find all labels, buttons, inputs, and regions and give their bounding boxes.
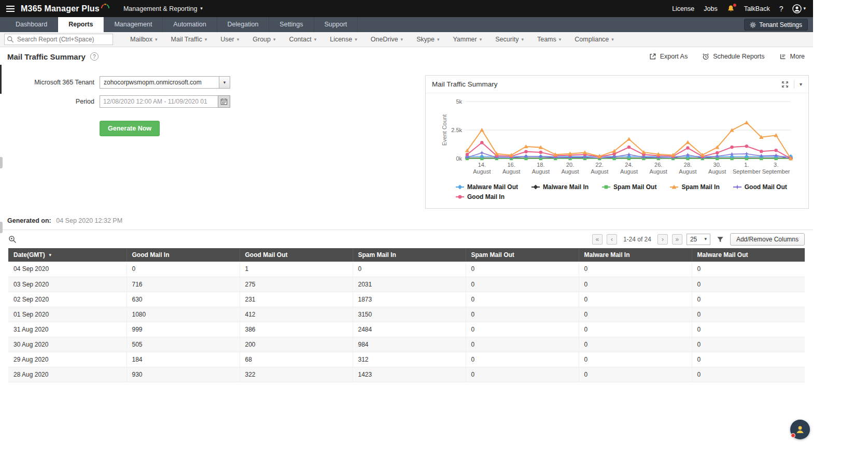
calendar-picker-button[interactable] <box>218 95 230 108</box>
legend-item-malware-mail-in[interactable]: Malware Mail In <box>531 183 589 191</box>
legend-item-good-mail-in[interactable]: Good Mail In <box>456 193 505 200</box>
schedule-reports-label: Schedule Reports <box>713 53 764 60</box>
legend-marker-icon <box>456 194 464 200</box>
pagination-next-button[interactable]: › <box>657 234 668 245</box>
chart-legend: Malware Mail OutMalware Mail InSpam Mail… <box>426 183 808 200</box>
legend-item-good-mail-out[interactable]: Good Mail Out <box>733 183 787 191</box>
svg-text:0k: 0k <box>456 155 462 162</box>
schedule-reports-button[interactable]: Schedule Reports <box>702 53 764 60</box>
column-header-spam-mail-in[interactable]: Spam Mail In <box>353 248 466 262</box>
chart-panel: Mail Traffic Summary ▾ 0k2.5k5kEvent Cou… <box>425 75 809 209</box>
page-size-select[interactable]: 25 ▾ <box>687 234 710 245</box>
left-panel-handle[interactable] <box>0 157 3 168</box>
table-toolbar: « ‹ 1-24 of 24 › » 25 ▾ Add/Remove Colum… <box>0 230 813 248</box>
report-menu-teams[interactable]: Teams▾ <box>530 32 568 47</box>
report-menu-compliance[interactable]: Compliance▾ <box>568 32 621 47</box>
pagination-last-button[interactable]: » <box>672 234 682 245</box>
chat-person-icon <box>795 424 805 435</box>
report-menu-yammer[interactable]: Yammer▾ <box>446 32 488 47</box>
expand-chart-icon[interactable] <box>781 81 789 88</box>
svg-text:22.August: 22.August <box>591 162 608 175</box>
export-icon <box>649 53 656 60</box>
table-row[interactable]: 03 Sep 20207162752031000 <box>8 277 805 292</box>
report-menu-security[interactable]: Security▾ <box>488 32 530 47</box>
search-report-input[interactable] <box>4 34 113 45</box>
legend-marker-icon <box>733 184 741 190</box>
column-header-good-mail-in[interactable]: Good Mail In <box>127 248 240 262</box>
license-link[interactable]: License <box>672 5 694 12</box>
nav-tab-reports[interactable]: Reports <box>58 17 104 32</box>
page-title: Mail Traffic Summary <box>7 52 86 61</box>
jobs-link[interactable]: Jobs <box>704 5 717 12</box>
svg-text:30.August: 30.August <box>708 162 726 175</box>
column-header-good-mail-out[interactable]: Good Mail Out <box>240 248 353 262</box>
report-menu-contact[interactable]: Contact▾ <box>283 32 324 47</box>
user-avatar[interactable]: ▾ <box>792 4 806 13</box>
legend-item-spam-mail-in[interactable]: Spam Mail In <box>670 183 719 191</box>
generated-on-label: Generated on: <box>7 217 51 224</box>
report-menu-skype[interactable]: Skype▾ <box>410 32 446 47</box>
context-switcher[interactable]: Management & Reporting ▾ <box>123 5 203 12</box>
report-menus: Mailbox▾Mail Traffic▾User▾Group▾Contact▾… <box>123 32 621 47</box>
table-search-icon[interactable] <box>8 235 17 243</box>
more-button[interactable]: More <box>779 53 805 60</box>
table-row[interactable]: 30 Aug 2020505200984000 <box>8 337 805 352</box>
filter-icon[interactable] <box>717 236 724 243</box>
tenant-select-value: zohocorpwsmopm.onmicrosoft.com <box>100 79 219 86</box>
main-nav: DashboardReportsManagementAutomationDele… <box>0 17 813 32</box>
add-remove-columns-button[interactable]: Add/Remove Columns <box>730 233 805 246</box>
main-nav-tabs: DashboardReportsManagementAutomationDele… <box>5 17 358 32</box>
report-menu-user[interactable]: User▾ <box>214 32 246 47</box>
column-header-malware-mail-out[interactable]: Malware Mail Out <box>692 248 805 262</box>
export-as-button[interactable]: Export As <box>649 53 688 60</box>
svg-text:1.September: 1.September <box>733 162 761 175</box>
legend-row: Good Mail In <box>456 193 808 200</box>
period-input[interactable] <box>100 95 218 108</box>
report-menu-mailbox[interactable]: Mailbox▾ <box>123 32 164 47</box>
generated-on-value: 04 Sep 2020 12:32 PM <box>56 217 122 224</box>
generate-now-button[interactable]: Generate Now <box>100 121 160 136</box>
nav-tab-support[interactable]: Support <box>314 17 358 32</box>
column-header-spam-mail-out[interactable]: Spam Mail Out <box>466 248 579 262</box>
pagination-first-button[interactable]: « <box>592 234 603 245</box>
legend-item-spam-mail-out[interactable]: Spam Mail Out <box>602 183 656 191</box>
chevron-down-icon: ▾ <box>155 37 158 42</box>
svg-text:28.August: 28.August <box>679 162 696 175</box>
left-panel-handle[interactable] <box>0 222 3 233</box>
notifications-bell-icon[interactable] <box>727 5 735 12</box>
nav-tab-automation[interactable]: Automation <box>163 17 217 32</box>
table-row[interactable]: 04 Sep 2020010000 <box>8 262 805 277</box>
table-row[interactable]: 28 Aug 20209303221423000 <box>8 367 805 382</box>
page-help-icon[interactable]: ? <box>90 52 99 61</box>
report-menu-group[interactable]: Group▾ <box>246 32 282 47</box>
more-label: More <box>790 53 805 60</box>
divider <box>794 80 794 89</box>
nav-tab-dashboard[interactable]: Dashboard <box>5 17 58 32</box>
page-size-value: 25 <box>690 236 697 243</box>
column-header-date-gmt-[interactable]: Date(GMT)▼ <box>8 248 127 262</box>
table-row[interactable]: 29 Aug 202018468312000 <box>8 352 805 367</box>
hamburger-menu-icon[interactable] <box>0 6 21 12</box>
help-icon[interactable]: ? <box>779 5 783 13</box>
nav-tab-settings[interactable]: Settings <box>269 17 314 32</box>
table-body: 04 Sep 202001000003 Sep 2020716275203100… <box>8 262 805 382</box>
report-menu-onedrive[interactable]: OneDrive▾ <box>364 32 410 47</box>
chat-assistant-button[interactable] <box>790 420 810 439</box>
column-header-malware-mail-in[interactable]: Malware Mail In <box>579 248 692 262</box>
report-menu-license[interactable]: License▾ <box>323 32 364 47</box>
context-label: Management & Reporting <box>123 5 197 12</box>
tenant-select[interactable]: zohocorpwsmopm.onmicrosoft.com ▾ <box>100 76 230 89</box>
nav-tab-delegation[interactable]: Delegation <box>217 17 270 32</box>
tenant-settings-button[interactable]: Tenant Settings <box>744 19 808 31</box>
legend-item-malware-mail-out[interactable]: Malware Mail Out <box>456 183 518 191</box>
chart-menu-caret-icon[interactable]: ▾ <box>800 82 802 87</box>
talkback-link[interactable]: TalkBack <box>744 5 770 12</box>
table-row[interactable]: 02 Sep 20206302311873000 <box>8 292 805 307</box>
table-toolbar-right: « ‹ 1-24 of 24 › » 25 ▾ Add/Remove Colum… <box>592 233 805 246</box>
logo-swoosh-icon <box>101 3 110 9</box>
nav-tab-management[interactable]: Management <box>104 17 163 32</box>
report-menu-mail-traffic[interactable]: Mail Traffic▾ <box>164 32 214 47</box>
table-row[interactable]: 31 Aug 20209993862484000 <box>8 322 805 337</box>
table-row[interactable]: 01 Sep 202010804123150000 <box>8 307 805 322</box>
pagination-prev-button[interactable]: ‹ <box>607 234 617 245</box>
